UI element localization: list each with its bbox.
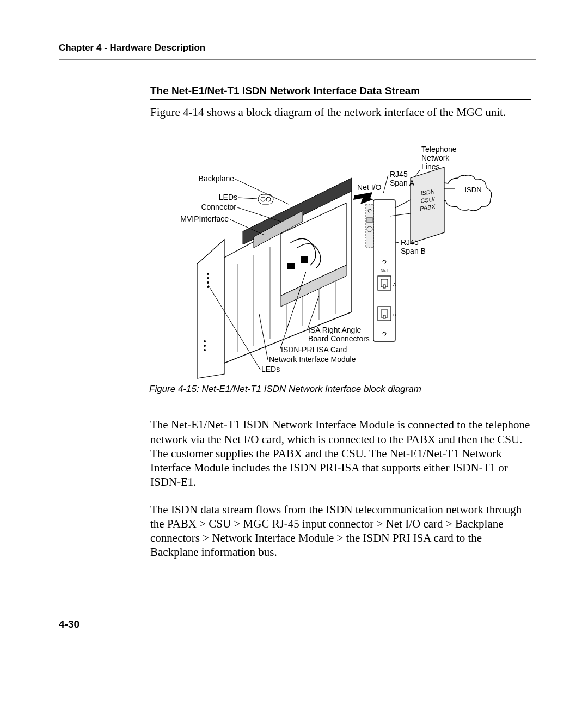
- nim-label: Network Interface Module: [269, 355, 356, 364]
- rj45b-label: RJ45: [401, 238, 419, 247]
- svg-rect-43: [366, 204, 373, 248]
- spanB-label: Span B: [401, 247, 426, 255]
- paragraph-1: The Net-E1/Net-T1 ISDN Network Interface…: [150, 418, 531, 489]
- isdn-cloud: ISDN: [437, 175, 492, 211]
- svg-rect-29: [287, 263, 295, 269]
- svg-rect-30: [301, 256, 308, 263]
- paragraph-2: The ISDN data stream flows from the ISDN…: [150, 502, 531, 560]
- netio-faceplate: NET A B: [366, 200, 411, 341]
- leds-top-label: LEDs: [219, 193, 237, 201]
- svg-point-8: [207, 273, 209, 275]
- isa-right-label: ISA Right Angle: [308, 326, 362, 334]
- chapter-header: Chapter 4 - Hardware Description: [59, 42, 536, 53]
- leds-bottom-label: LEDs: [261, 365, 280, 373]
- svg-rect-41: [383, 315, 385, 318]
- svg-text:B: B: [393, 312, 396, 317]
- mvip-label: MVIPInterface: [180, 214, 229, 223]
- svg-point-12: [204, 340, 206, 342]
- isdn-cloud-label: ISDN: [464, 186, 481, 194]
- block-diagram-svg: ISDN Telephone Network Lines ISDN CSU/ P…: [172, 134, 510, 379]
- connector-label: Connector: [201, 203, 236, 211]
- page-number: 4-30: [59, 618, 79, 630]
- rj45a-label: RJ45: [390, 170, 408, 179]
- svg-line-50: [237, 207, 281, 222]
- isdn-pri-label: ISDN-PRI ISA Card: [281, 345, 347, 354]
- svg-marker-5: [353, 192, 373, 204]
- svg-point-9: [207, 277, 209, 279]
- header-rule: [59, 59, 536, 60]
- netio-label: Net I/O: [357, 183, 381, 192]
- svg-line-3: [383, 175, 388, 193]
- svg-rect-45: [367, 217, 372, 223]
- board-conn-label: Board Connectors: [308, 334, 370, 343]
- figure-caption: Figure 4-15: Net-E1/Net-T1 ISDN Network …: [149, 384, 531, 395]
- net-port-label: NET: [381, 268, 389, 272]
- network-label: Network: [421, 154, 450, 162]
- svg-line-49: [238, 198, 257, 199]
- figure: ISDN Telephone Network Lines ISDN CSU/ P…: [172, 134, 510, 379]
- svg-point-14: [204, 349, 206, 351]
- backplane-label: Backplane: [199, 174, 235, 183]
- svg-marker-7: [197, 240, 224, 378]
- svg-point-10: [207, 281, 209, 284]
- spanA-label: Span A: [390, 179, 415, 187]
- section-heading: The Net-E1/Net-T1 ISDN Network Interface…: [150, 85, 531, 100]
- svg-rect-37: [383, 285, 385, 288]
- intro-text: Figure 4-14 shows a block diagram of the…: [150, 105, 531, 119]
- svg-text:A: A: [393, 282, 396, 287]
- pabx-box: ISDN CSU/ PABX: [411, 167, 444, 243]
- svg-point-13: [204, 345, 206, 347]
- telephone-label: Telephone: [421, 145, 457, 154]
